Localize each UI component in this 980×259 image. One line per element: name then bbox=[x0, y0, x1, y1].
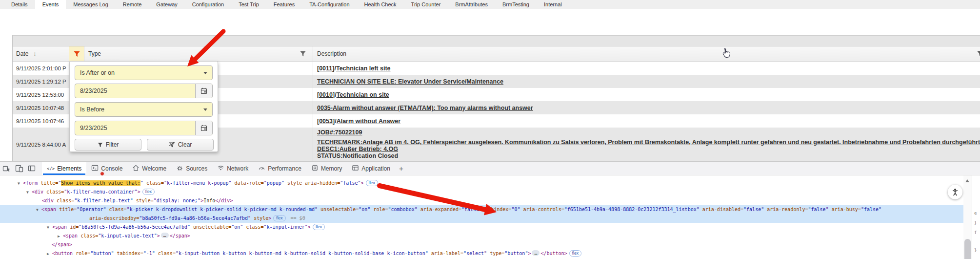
code-token: style= bbox=[133, 198, 154, 203]
calendar-button[interactable] bbox=[195, 84, 212, 98]
event-description-cell: TECHNICIAN ON SITE ELE: Elevator Under S… bbox=[313, 75, 980, 88]
code-token: aria-disabled= bbox=[700, 207, 743, 212]
flex-badge[interactable]: flex bbox=[313, 224, 325, 230]
date1-input[interactable]: 8/23/2025 bbox=[75, 84, 213, 98]
app-tab-test-trip[interactable]: Test Trip bbox=[231, 0, 266, 9]
dom-node[interactable]: ▼<div class="k-filter-menu-container">fl… bbox=[0, 188, 963, 196]
code-token: "Operator" bbox=[77, 207, 106, 212]
description-link[interactable]: JOB#:75022109 bbox=[317, 129, 362, 136]
date-filter-button[interactable] bbox=[69, 46, 84, 61]
description-link[interactable]: Alarm without Answer bbox=[337, 118, 401, 125]
description-link[interactable]: 0035-Alarm without answer (ETMA/TAM): To… bbox=[317, 105, 533, 111]
calendar-button[interactable] bbox=[195, 121, 212, 135]
app-tab-gateway[interactable]: Gateway bbox=[149, 0, 184, 9]
code-token: class= bbox=[43, 189, 64, 194]
code-token: tabindex= bbox=[114, 251, 143, 256]
code-token: title= bbox=[56, 207, 77, 212]
filter-submit-button[interactable]: Filter bbox=[75, 139, 141, 151]
filter-button-label: Filter bbox=[106, 141, 119, 148]
code-token: "button" bbox=[504, 251, 528, 256]
devtools-tab-performance[interactable]: Performance bbox=[253, 162, 306, 175]
operator1-dropdown[interactable]: Is After or on bbox=[75, 65, 213, 80]
devtools-tab-application[interactable]: Application bbox=[347, 162, 395, 175]
filter-funnel-icon bbox=[977, 50, 980, 57]
more-tabs-button[interactable]: + bbox=[395, 162, 407, 175]
dom-node[interactable]: </span> bbox=[0, 240, 963, 249]
type-filter-button[interactable] bbox=[300, 50, 306, 59]
devtools-tab-label: Network bbox=[227, 165, 248, 172]
flex-badge[interactable]: flex bbox=[273, 215, 285, 221]
column-header-date[interactable]: Date↓ bbox=[13, 46, 69, 61]
column-header-type[interactable]: Type bbox=[84, 46, 101, 61]
operator2-dropdown[interactable]: Is Before bbox=[75, 102, 213, 117]
app-tab-configuration[interactable]: Configuration bbox=[185, 0, 231, 9]
code-token: "k-picker k-dropdownlist k-picker-solid … bbox=[127, 207, 318, 212]
code-token: data-role= bbox=[232, 180, 264, 186]
app-tab-brmattributes[interactable]: BrmAttributes bbox=[448, 0, 495, 9]
devtools-tab-network[interactable]: Network bbox=[212, 162, 253, 175]
elements-tree[interactable]: ▼<form title="Show items with value that… bbox=[0, 175, 963, 259]
disclosure-arrow-icon[interactable]: ▶ bbox=[58, 232, 63, 241]
device-emulation-button[interactable] bbox=[13, 162, 25, 175]
panel-layout-button[interactable] bbox=[25, 162, 38, 175]
dom-node-selected[interactable]: aria-describedby="b8a50fc5-fd9a-4a86-b56… bbox=[0, 214, 963, 223]
app-tab-messages-log[interactable]: Messages Log bbox=[66, 0, 116, 9]
description-filter-button[interactable] bbox=[977, 50, 980, 59]
flex-badge[interactable]: flex bbox=[366, 180, 378, 186]
app-tab-details[interactable]: Details bbox=[4, 0, 35, 9]
devtools-tab-console[interactable]: Console bbox=[86, 162, 127, 175]
description-link[interactable]: Technician on site bbox=[337, 91, 389, 98]
app-tab-brmtesting[interactable]: BrmTesting bbox=[495, 0, 537, 9]
devtools-tab-elements[interactable]: </>Elements bbox=[42, 162, 86, 175]
event-description-cell: 0035-Alarm without answer (ETMA/TAM): To… bbox=[313, 101, 980, 114]
dom-node[interactable]: ▶<span class="k-input-value-text">…</spa… bbox=[0, 232, 963, 240]
app-tab-features[interactable]: Features bbox=[266, 0, 302, 9]
devtools-tab-memory[interactable]: Memory bbox=[306, 162, 347, 175]
elements-icon: </> bbox=[47, 166, 55, 171]
filter-clear-button[interactable]: Clear bbox=[147, 139, 214, 151]
code-token: == $0 bbox=[288, 216, 305, 221]
grid-header: Date↓ Type Description bbox=[13, 46, 980, 62]
inspect-element-button[interactable] bbox=[0, 162, 13, 175]
code-token: "k-input-inner" bbox=[264, 224, 308, 230]
description-code-link[interactable]: [0010] bbox=[317, 91, 335, 98]
code-token: role= bbox=[73, 251, 90, 256]
description-link[interactable]: TECHNICIAN ON SITE ELE: Elevator Under S… bbox=[317, 78, 503, 85]
date2-input[interactable]: 9/23/2025 bbox=[75, 121, 213, 135]
scrollbar-thumb[interactable] bbox=[964, 239, 971, 259]
dom-node[interactable]: ▶<button role="button" tabindex="-1" cla… bbox=[0, 249, 963, 258]
scroll-up-arrow-icon[interactable] bbox=[965, 179, 969, 182]
expand-ellipsis-button[interactable]: … bbox=[161, 233, 169, 238]
flex-badge[interactable]: flex bbox=[569, 250, 581, 257]
description-link[interactable]: DESC1:Außer Betrieb; 4.OG bbox=[317, 146, 398, 152]
app-tab-remote[interactable]: Remote bbox=[116, 0, 149, 9]
disclosure-arrow-icon[interactable]: ▼ bbox=[26, 188, 32, 197]
devtools-scrollbar[interactable] bbox=[963, 175, 972, 259]
disclosure-arrow-icon[interactable]: ▶ bbox=[47, 250, 52, 259]
dom-node[interactable]: ▼<form title="Show items with value that… bbox=[0, 179, 963, 188]
flex-badge[interactable]: flex bbox=[142, 189, 155, 195]
devtools-tab-label: Sources bbox=[186, 165, 207, 172]
disclosure-arrow-icon[interactable]: ▼ bbox=[18, 179, 23, 188]
description-code-link[interactable]: [0053] bbox=[317, 118, 335, 125]
app-tab-health-check[interactable]: Health Check bbox=[357, 0, 404, 9]
dom-node[interactable]: ▼<span id="b8a50fc5-fd9a-4a86-b56a-5ece4… bbox=[0, 223, 963, 232]
description-code-link[interactable]: [0011] bbox=[317, 65, 334, 72]
description-link[interactable]: Technician left site bbox=[336, 65, 391, 72]
devtools-tab-welcome[interactable]: Welcome bbox=[127, 162, 171, 175]
disclosure-arrow-icon[interactable]: ▼ bbox=[36, 206, 41, 215]
app-tab-events[interactable]: Events bbox=[35, 0, 66, 9]
code-token: type= bbox=[487, 251, 504, 256]
app-tab-internal[interactable]: Internal bbox=[537, 0, 569, 9]
app-tab-trip-counter[interactable]: Trip Counter bbox=[404, 0, 448, 9]
expand-ellipsis-button[interactable]: … bbox=[532, 250, 540, 256]
dom-node[interactable]: <div class="k-filter-help-text" style="d… bbox=[0, 196, 963, 205]
description-link[interactable]: TECHREMARK:Anlage AB im 4. OG, Fehlerspe… bbox=[317, 139, 980, 146]
dom-node-selected[interactable]: ▼<span title="Operator" class="k-picker … bbox=[0, 205, 963, 214]
devtools-tab-sources[interactable]: Sources bbox=[171, 162, 212, 175]
accessibility-floating-button[interactable] bbox=[948, 185, 962, 199]
code-token: class= bbox=[243, 224, 263, 230]
disclosure-arrow-icon[interactable]: ▼ bbox=[47, 223, 52, 232]
app-tab-ta-configuration[interactable]: TA-Configuration bbox=[302, 0, 357, 9]
column-header-description[interactable]: Description bbox=[313, 46, 980, 61]
